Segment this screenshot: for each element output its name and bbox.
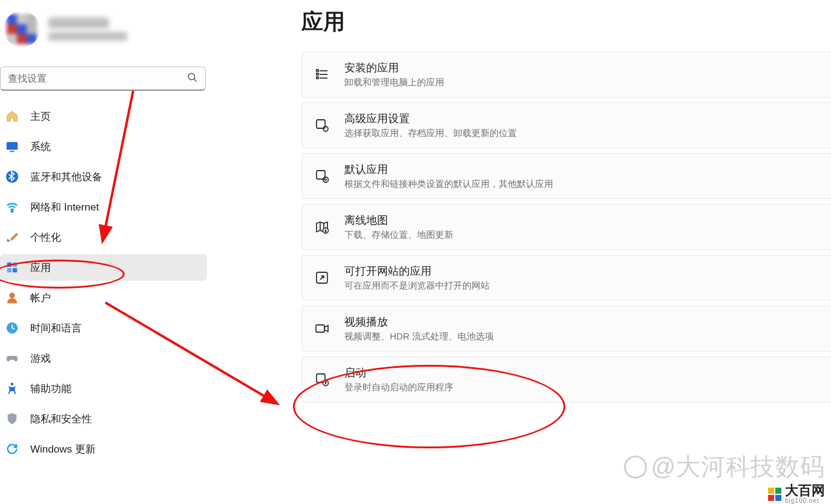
nav-item-system[interactable]: 系统 <box>0 133 207 160</box>
card-desc: 登录时自动启动的应用程序 <box>344 381 453 393</box>
card-title: 可打开网站的应用 <box>344 264 490 279</box>
list-icon <box>314 67 330 82</box>
nav-label: 蓝牙和其他设备 <box>30 170 102 184</box>
svg-point-13 <box>15 359 16 360</box>
profile-text <box>48 18 127 41</box>
nav-label: 个性化 <box>30 231 61 244</box>
shield-icon <box>4 410 21 427</box>
svg-point-0 <box>188 73 195 80</box>
page-title: 应用 <box>301 0 831 51</box>
app-gear-icon <box>314 117 330 133</box>
card-title: 默认应用 <box>344 162 553 177</box>
card-default-apps[interactable]: 默认应用 根据文件和链接种类设置的默认应用，其他默认应用 <box>301 153 831 199</box>
nav-item-home[interactable]: 主页 <box>0 103 207 129</box>
nav-item-gaming[interactable]: 游戏 <box>0 345 207 371</box>
card-desc: 下载、存储位置、地图更新 <box>344 228 453 241</box>
site-name: 大百网 <box>785 484 825 497</box>
nav-list: 主页 系统 蓝牙和其他设备 网络和 Internet 个性化 <box>0 103 207 466</box>
card-installed-apps[interactable]: 安装的应用 卸载和管理电脑上的应用 <box>301 51 831 97</box>
home-icon <box>4 108 21 125</box>
wifi-icon <box>4 198 21 215</box>
card-title: 安装的应用 <box>344 61 444 76</box>
gamepad-icon <box>4 350 21 367</box>
card-advanced-app-settings[interactable]: 高级应用设置 选择获取应用、存档应用、卸载更新的位置 <box>301 102 831 148</box>
app-arrow-icon <box>314 270 330 286</box>
sidebar: 主页 系统 蓝牙和其他设备 网络和 Internet 个性化 <box>0 0 207 504</box>
system-icon <box>4 138 21 155</box>
svg-point-10 <box>9 293 15 298</box>
nav-label: 主页 <box>30 110 51 123</box>
nav-item-bluetooth[interactable]: 蓝牙和其他设备 <box>0 163 207 190</box>
svg-point-12 <box>13 358 15 359</box>
card-title: 视频播放 <box>344 315 494 330</box>
nav-item-time-language[interactable]: 时间和语言 <box>0 315 207 341</box>
card-desc: 卸载和管理电脑上的应用 <box>344 76 444 88</box>
svg-rect-27 <box>316 325 324 332</box>
svg-rect-6 <box>7 263 11 267</box>
watermark-text: @大河科技数码 <box>651 450 825 483</box>
video-icon <box>314 321 330 336</box>
logo-blocks-icon <box>768 488 781 501</box>
nav-item-network[interactable]: 网络和 Internet <box>0 194 207 220</box>
svg-point-22 <box>323 126 328 131</box>
person-icon <box>4 289 21 306</box>
svg-rect-9 <box>13 268 17 272</box>
nav-item-privacy[interactable]: 隐私和安全性 <box>0 405 207 432</box>
map-download-icon <box>314 219 330 235</box>
search-input[interactable] <box>8 73 187 84</box>
card-title: 高级应用设置 <box>344 111 517 126</box>
site-domain: big100.net <box>785 497 825 504</box>
startup-icon <box>314 371 330 387</box>
nav-label: 辅助功能 <box>30 382 71 396</box>
nav-label: 应用 <box>30 261 51 275</box>
brush-icon <box>4 229 21 246</box>
clock-globe-icon <box>4 319 21 336</box>
app-check-icon <box>314 168 330 184</box>
card-video-playback[interactable]: 视频播放 视频调整、HDR 流式处理、电池选项 <box>301 306 831 352</box>
settings-cards: 安装的应用 卸载和管理电脑上的应用 高级应用设置 选择获取应用、存档应用、卸载更… <box>301 51 831 402</box>
svg-rect-20 <box>317 77 318 79</box>
nav-item-accounts[interactable]: 帐户 <box>0 284 207 311</box>
nav-label: 时间和语言 <box>30 321 82 335</box>
card-title: 离线地图 <box>344 213 453 228</box>
bluetooth-icon <box>4 168 21 185</box>
accessibility-icon <box>4 380 21 397</box>
nav-item-apps[interactable]: 应用 <box>0 254 207 281</box>
card-title: 启动 <box>344 365 453 381</box>
svg-rect-7 <box>13 263 17 267</box>
card-desc: 可在应用而不是浏览器中打开的网站 <box>344 279 490 292</box>
nav-item-windows-update[interactable]: Windows 更新 <box>0 436 207 462</box>
avatar <box>4 11 40 47</box>
svg-point-5 <box>11 211 13 212</box>
nav-label: Windows 更新 <box>30 442 96 456</box>
nav-item-accessibility[interactable]: 辅助功能 <box>0 375 207 402</box>
nav-label: 隐私和安全性 <box>30 412 92 426</box>
card-desc: 根据文件和链接种类设置的默认应用，其他默认应用 <box>344 177 553 190</box>
nav-label: 帐户 <box>30 291 51 305</box>
svg-rect-18 <box>317 70 318 71</box>
svg-line-1 <box>194 79 197 82</box>
svg-rect-3 <box>10 151 14 152</box>
svg-point-14 <box>11 382 14 385</box>
search-box[interactable] <box>0 67 206 91</box>
svg-rect-19 <box>317 73 318 75</box>
nav-label: 系统 <box>30 140 51 154</box>
nav-label: 网络和 Internet <box>30 200 99 214</box>
nav-item-personalization[interactable]: 个性化 <box>0 224 207 250</box>
site-logo: 大百网 big100.net <box>768 484 825 504</box>
search-icon <box>187 72 198 85</box>
card-offline-maps[interactable]: 离线地图 下载、存储位置、地图更新 <box>301 204 831 250</box>
card-apps-for-websites[interactable]: 可打开网站的应用 可在应用而不是浏览器中打开的网站 <box>301 255 831 301</box>
paw-icon <box>624 456 647 479</box>
card-desc: 视频调整、HDR 流式处理、电池选项 <box>344 330 494 342</box>
main-content: 应用 安装的应用 卸载和管理电脑上的应用 高级应用设置 选择获取应用、存档应用、… <box>301 0 831 504</box>
nav-label: 游戏 <box>30 352 51 365</box>
svg-rect-2 <box>7 142 18 150</box>
card-startup[interactable]: 启动 登录时自动启动的应用程序 <box>301 356 831 402</box>
svg-rect-8 <box>7 268 11 272</box>
update-icon <box>4 440 21 457</box>
card-desc: 选择获取应用、存档应用、卸载更新的位置 <box>344 126 517 139</box>
user-profile[interactable] <box>0 0 207 48</box>
apps-icon <box>4 259 21 276</box>
watermark: @大河科技数码 <box>624 450 825 483</box>
